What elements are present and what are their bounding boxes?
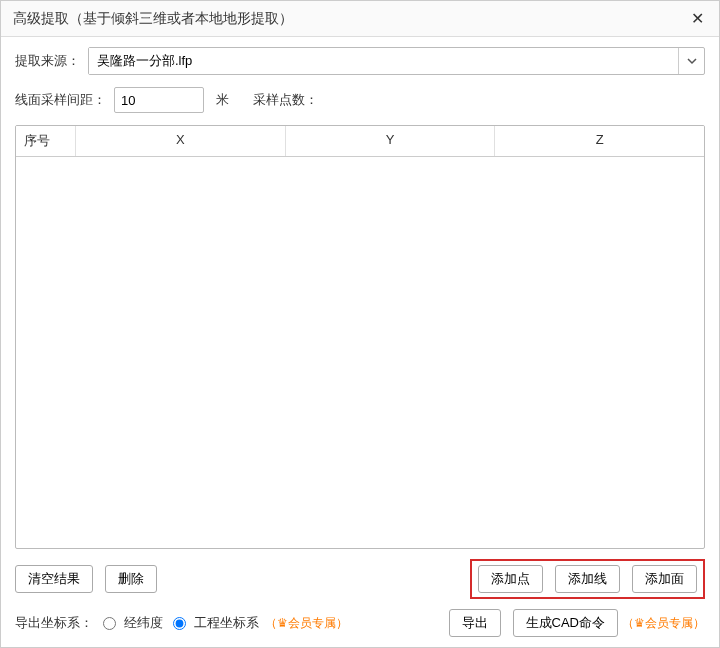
add-face-button[interactable]: 添加面 [632,565,697,593]
col-seq[interactable]: 序号 [16,126,76,156]
data-table: 序号 X Y Z [15,125,705,549]
col-y[interactable]: Y [286,126,496,156]
add-point-button[interactable]: 添加点 [478,565,543,593]
gen-cad-button[interactable]: 生成CAD命令 [513,609,618,637]
radio-eng[interactable] [173,617,186,630]
coord-label: 导出坐标系： [15,614,93,632]
sample-count-label: 采样点数： [253,91,318,109]
chevron-down-icon[interactable] [678,48,704,74]
dialog: 高级提取（基于倾斜三维或者本地地形提取） ✕ 提取来源： 线面采样间距： 米 采… [0,0,720,648]
col-x[interactable]: X [76,126,286,156]
interval-unit: 米 [216,91,229,109]
clear-button[interactable]: 清空结果 [15,565,93,593]
interval-label: 线面采样间距： [15,91,106,109]
delete-button[interactable]: 删除 [105,565,157,593]
export-button[interactable]: 导出 [449,609,501,637]
table-body [16,157,704,549]
cad-wrap: 生成CAD命令 （♛会员专属） [513,609,705,637]
source-input[interactable] [89,48,678,74]
close-icon[interactable]: ✕ [687,9,707,28]
interval-input[interactable] [114,87,204,113]
source-label: 提取来源： [15,52,80,70]
bottom-left-buttons: 清空结果 删除 [15,565,157,593]
radio-lonlat[interactable] [103,617,116,630]
vip-badge-2: （♛会员专属） [622,615,705,632]
bottom-right-2: 导出 生成CAD命令 （♛会员专属） [449,609,705,637]
add-buttons-highlight: 添加点 添加线 添加面 [470,559,705,599]
bottom-row-1: 清空结果 删除 添加点 添加线 添加面 [15,559,705,599]
source-row: 提取来源： [15,47,705,75]
vip-badge-1: （♛会员专属） [265,615,348,632]
dialog-body: 提取来源： 线面采样间距： 米 采样点数： 序号 X Y Z [1,37,719,647]
interval-row: 线面采样间距： 米 采样点数： [15,87,705,113]
source-combo[interactable] [88,47,705,75]
dialog-title: 高级提取（基于倾斜三维或者本地地形提取） [13,10,293,28]
radio-eng-label: 工程坐标系 [194,614,259,632]
bottom-row-2: 导出坐标系： 经纬度 工程坐标系 （♛会员专属） 导出 生成CAD命令 （♛会员… [15,609,705,637]
radio-lonlat-label: 经纬度 [124,614,163,632]
coord-group: 导出坐标系： 经纬度 工程坐标系 （♛会员专属） [15,614,348,632]
col-z[interactable]: Z [495,126,704,156]
table-header: 序号 X Y Z [16,126,704,157]
add-line-button[interactable]: 添加线 [555,565,620,593]
titlebar: 高级提取（基于倾斜三维或者本地地形提取） ✕ [1,1,719,37]
